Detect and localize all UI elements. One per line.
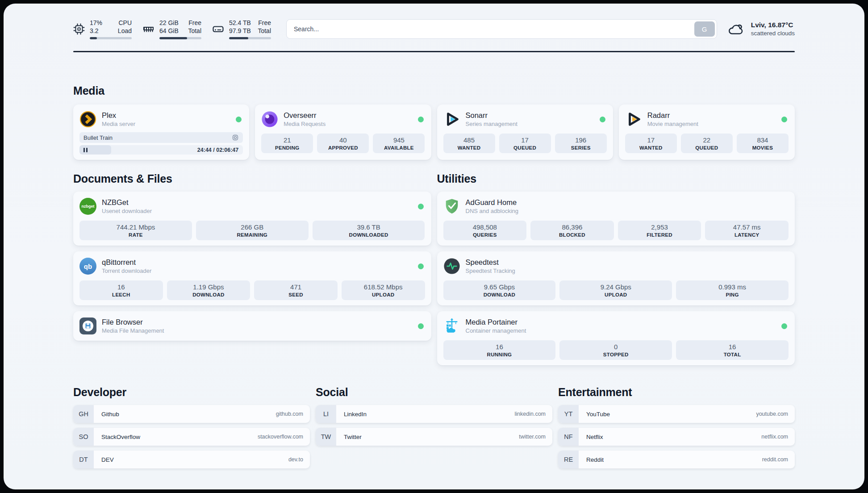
stat-label: SERIES bbox=[557, 145, 605, 150]
stat-label: MOVIES bbox=[739, 145, 787, 150]
disk-free-value: 52.4 TB bbox=[229, 19, 251, 27]
cpu-usage-value: 17% bbox=[90, 19, 102, 27]
stat-label: DOWNLOAD bbox=[169, 292, 249, 297]
stat-value: 196 bbox=[557, 136, 605, 145]
memory-total-label: Total bbox=[188, 27, 201, 35]
stat-label: UPLOAD bbox=[561, 292, 670, 297]
memory-progress-fill bbox=[159, 37, 187, 39]
stat-movies: 834 MOVIES bbox=[737, 134, 789, 153]
stat-seed: 471 SEED bbox=[254, 280, 338, 300]
stat-value: 16 bbox=[445, 343, 554, 351]
app-card-adguard[interactable]: AdGuard Home DNS and adblocking 498,508 … bbox=[437, 192, 795, 246]
link-url: linkedin.com bbox=[515, 405, 552, 423]
app-card-filebrowser[interactable]: File Browser Media File Management bbox=[73, 311, 431, 341]
cpu-load-label: Load bbox=[118, 27, 132, 35]
cpu-widget: 17% CPU 3.2 Load bbox=[73, 19, 132, 39]
stat-label: PENDING bbox=[263, 145, 311, 150]
stat-value: 485 bbox=[445, 136, 493, 145]
stat-available: 945 AVAILABLE bbox=[373, 134, 425, 153]
stat-running: 16 RUNNING bbox=[443, 340, 556, 360]
filebrowser-icon bbox=[79, 318, 96, 334]
search-engine-button[interactable]: G bbox=[694, 21, 715, 37]
stat-upload: 618.52 Mbps UPLOAD bbox=[342, 280, 425, 300]
cpu-progress-fill bbox=[90, 37, 97, 39]
link-tag: DT bbox=[73, 451, 94, 468]
nzbget-icon: nzbget bbox=[79, 198, 96, 215]
link-youtube[interactable]: YT YouTube youtube.com bbox=[558, 405, 795, 423]
playback-progress-bar[interactable]: 24:44 / 02:06:47 bbox=[79, 145, 243, 155]
link-twitter[interactable]: TW Twitter twitter.com bbox=[316, 428, 552, 446]
ram-icon bbox=[142, 23, 154, 35]
stat-label: APPROVED bbox=[319, 145, 367, 150]
link-name: Netflix bbox=[579, 428, 761, 446]
section-title-utilities: Utilities bbox=[437, 172, 795, 185]
stat-stopped: 0 STOPPED bbox=[559, 340, 672, 360]
stat-label: STOPPED bbox=[561, 352, 670, 357]
app-description: Usenet downloader bbox=[102, 208, 152, 214]
stat-label: RATE bbox=[81, 232, 190, 238]
app-card-qbittorrent[interactable]: qb qBittorrent Torrent downloader 16 bbox=[73, 251, 431, 305]
stat-value: 744.21 Mbps bbox=[81, 223, 190, 232]
disk-progress-track bbox=[229, 37, 271, 39]
link-name: Reddit bbox=[579, 451, 762, 468]
link-url: reddit.com bbox=[762, 451, 795, 468]
app-card-sonarr[interactable]: Sonarr Series management 485 WANTED 17 Q… bbox=[437, 104, 613, 160]
stat-label: FILTERED bbox=[620, 232, 700, 238]
gear-icon[interactable] bbox=[232, 134, 239, 141]
app-description: Movie management bbox=[647, 121, 698, 127]
stat-pending: 21 PENDING bbox=[261, 134, 313, 153]
cpu-label: CPU bbox=[118, 19, 132, 27]
link-linkedin[interactable]: LI LinkedIn linkedin.com bbox=[316, 405, 552, 423]
pause-icon[interactable] bbox=[83, 148, 85, 152]
stat-value: 1.19 Gbps bbox=[169, 283, 249, 292]
cloud-icon bbox=[728, 22, 745, 36]
stat-label: BLOCKED bbox=[532, 232, 612, 238]
section-title-social: Social bbox=[316, 386, 552, 399]
status-dot-online bbox=[781, 117, 787, 122]
stat-upload: 9.24 Gbps UPLOAD bbox=[559, 280, 672, 300]
disk-icon bbox=[212, 23, 224, 35]
link-tag: SO bbox=[73, 428, 94, 446]
stat-label: WANTED bbox=[445, 145, 493, 150]
app-name: Speedtest bbox=[466, 258, 515, 267]
top-bar: 17% CPU 3.2 Load bbox=[73, 16, 795, 42]
app-card-overseerr[interactable]: Overseerr Media Requests 21 PENDING 40 A… bbox=[255, 104, 431, 160]
section-documents: Documents & Files nzbget NZBGet Usenet d… bbox=[73, 172, 431, 341]
status-dot-online bbox=[781, 323, 787, 329]
search-bar: G bbox=[286, 19, 717, 39]
disk-total-value: 97.9 TB bbox=[229, 27, 251, 35]
app-card-portainer[interactable]: Media Portainer Container management 16 … bbox=[437, 311, 795, 365]
weather-condition: scattered clouds bbox=[751, 29, 795, 38]
stat-label: QUEUED bbox=[683, 145, 731, 150]
app-description: DNS and adblocking bbox=[466, 208, 519, 214]
link-netflix[interactable]: NF Netflix netflix.com bbox=[558, 428, 795, 446]
app-card-plex[interactable]: Plex Media server Bullet Train bbox=[73, 104, 249, 160]
stat-value: 40 bbox=[319, 136, 367, 145]
stat-downloaded: 39.6 TB DOWNLOADED bbox=[313, 221, 425, 240]
stat-label: UPLOAD bbox=[343, 292, 423, 297]
link-reddit[interactable]: RE Reddit reddit.com bbox=[558, 451, 795, 468]
link-stackoverflow[interactable]: SO StackOverflow stackoverflow.com bbox=[73, 428, 310, 446]
link-tag: NF bbox=[558, 428, 579, 446]
cpu-load-value: 3.2 bbox=[90, 27, 98, 35]
search-input[interactable] bbox=[288, 25, 694, 33]
link-name: Twitter bbox=[336, 428, 519, 446]
app-card-radarr[interactable]: Radarr Movie management 17 WANTED 22 QUE… bbox=[619, 104, 795, 160]
link-dev[interactable]: DT DEV dev.to bbox=[73, 451, 310, 468]
app-card-nzbget[interactable]: nzbget NZBGet Usenet downloader 744.21 M… bbox=[73, 192, 431, 246]
plex-now-playing: Bullet Train 24:44 / 02:06:47 bbox=[79, 132, 243, 155]
status-dot-online bbox=[418, 263, 424, 269]
stat-queued: 22 QUEUED bbox=[681, 134, 733, 153]
link-github[interactable]: GH Github github.com bbox=[73, 405, 310, 423]
stat-queued: 17 QUEUED bbox=[499, 134, 551, 153]
section-title-documents: Documents & Files bbox=[73, 172, 431, 185]
stat-value: 9.65 Gbps bbox=[445, 283, 554, 292]
app-card-speedtest[interactable]: Speedtest Speedtest Tracking 9.65 Gbps D… bbox=[437, 251, 795, 305]
app-name: Plex bbox=[102, 111, 135, 120]
stat-download: 9.65 Gbps DOWNLOAD bbox=[443, 280, 556, 300]
stat-value: 16 bbox=[81, 283, 161, 292]
stat-label: QUERIES bbox=[445, 232, 525, 238]
stat-label: TOTAL bbox=[678, 352, 787, 357]
link-name: Github bbox=[94, 405, 276, 423]
speedtest-icon bbox=[443, 258, 460, 275]
